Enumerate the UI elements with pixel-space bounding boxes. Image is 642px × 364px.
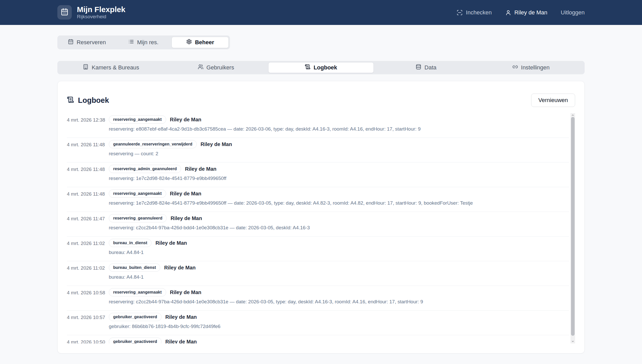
log-entry: 4 mrt. 2026 11:48 reservering_aangemaakt…	[67, 187, 569, 212]
entry-details: gebruiker: 86b6bb76-1819-4b4b-9cfc-99fc7…	[109, 324, 569, 329]
logboek-card: Logboek Vernieuwen 4 mrt. 2026 12:38 res…	[57, 81, 585, 353]
entry-timestamp: 4 mrt. 2026 10:58	[67, 288, 109, 310]
logboek-heading: Logboek	[78, 96, 109, 105]
tab-label: Reserveren	[77, 39, 106, 46]
action-badge: bureau_buiten_dienst	[109, 263, 160, 272]
app-title: Mijn Flexplek	[77, 5, 125, 14]
user-name: Riley de Man	[514, 9, 547, 16]
entry-actor: Riley de Man	[165, 314, 197, 320]
log-entries: 4 mrt. 2026 12:38 reservering_aangemaakt…	[67, 113, 569, 343]
action-badge: reservering_aangemaakt	[109, 115, 166, 124]
entry-actor: Riley de Man	[164, 265, 195, 271]
tab-label: Beheer	[195, 39, 214, 46]
entry-timestamp: 4 mrt. 2026 11:48	[67, 189, 109, 212]
refresh-button[interactable]: Vernieuwen	[531, 94, 575, 107]
entry-details: bureau: A4.84-1	[109, 250, 569, 255]
main-content: Reserveren Mijn res. Beheer Kamers & Bur…	[57, 35, 585, 353]
entry-details: reservering: c2cc2b44-97ba-426d-bdd4-1e0…	[109, 299, 569, 305]
entry-details: reservering: c2cc2b44-97ba-426d-bdd4-1e0…	[109, 225, 569, 231]
log-entry: 4 mrt. 2026 12:38 reservering_aangemaakt…	[67, 113, 569, 138]
log-entry: 4 mrt. 2026 11:47 reservering_geannuleer…	[67, 212, 569, 236]
tab-instellingen[interactable]: Instellingen	[478, 62, 583, 73]
entry-details: reservering: e8087ebf-e8af-4ca2-9d1b-db3…	[109, 126, 569, 132]
user-icon	[505, 10, 511, 16]
log-list: 4 mrt. 2026 12:38 reservering_aangemaakt…	[67, 113, 575, 343]
entry-timestamp: 4 mrt. 2026 11:48	[67, 165, 109, 187]
page-title: Logboek	[67, 96, 109, 105]
entry-actor: Riley de Man	[170, 117, 201, 123]
log-entry: 4 mrt. 2026 10:57 gebruiker_geactiveerd …	[67, 311, 569, 335]
entry-actor: Riley de Man	[185, 166, 216, 172]
entry-actor: Riley de Man	[165, 339, 197, 344]
admin-tabbar: Kamers & Bureaus Gebruikers Logboek Data…	[57, 61, 585, 74]
app-logo	[57, 5, 72, 20]
tab-label: Logboek	[314, 64, 337, 71]
log-entry: 4 mrt. 2026 11:48 reservering_admin_gean…	[67, 162, 569, 187]
action-badge: geannuleerde_reserveringen_verwijderd	[109, 140, 197, 148]
database-icon	[416, 64, 421, 71]
tab-mijn-res[interactable]: Mijn res.	[115, 37, 172, 48]
entry-timestamp: 4 mrt. 2026 10:50	[67, 338, 109, 343]
main-tabbar: Reserveren Mijn res. Beheer	[57, 35, 230, 49]
entry-details: reservering: 1e7c2d98-824e-4541-8779-e9b…	[109, 200, 569, 206]
action-badge: bureau_in_dienst	[109, 239, 151, 247]
scrollbar[interactable]	[570, 113, 575, 343]
action-badge: gebruiker_geactiveerd	[109, 338, 162, 343]
action-badge: gebruiker_geactiveerd	[109, 313, 162, 321]
scrollbar-thumb[interactable]	[571, 117, 575, 336]
entry-actor: Riley de Man	[155, 240, 187, 246]
checkin-label: Inchecken	[466, 9, 492, 16]
current-user[interactable]: Riley de Man	[505, 9, 547, 16]
entry-timestamp: 4 mrt. 2026 11:48	[67, 140, 109, 162]
entry-actor: Riley de Man	[170, 289, 201, 295]
tab-label: Gebruikers	[207, 64, 234, 71]
building-icon	[83, 64, 88, 71]
tab-beheer[interactable]: Beheer	[172, 37, 229, 48]
action-badge: reservering_aangemaakt	[109, 189, 166, 198]
entry-timestamp: 4 mrt. 2026 11:02	[67, 263, 109, 286]
entry-timestamp: 4 mrt. 2026 11:47	[67, 214, 109, 236]
scrollbar-down-icon[interactable]	[570, 340, 575, 343]
tab-gebruikers[interactable]: Gebruikers	[164, 62, 269, 73]
link-icon	[512, 64, 518, 71]
action-badge: reservering_aangemaakt	[109, 288, 166, 296]
log-entry: 4 mrt. 2026 11:02 bureau_buiten_dienst R…	[67, 261, 569, 286]
tab-data[interactable]: Data	[374, 62, 479, 73]
users-icon	[198, 64, 203, 71]
entry-timestamp: 4 mrt. 2026 11:02	[67, 239, 109, 261]
scroll-icon	[67, 96, 74, 104]
scrollbar-up-icon[interactable]	[570, 113, 575, 117]
tab-logboek[interactable]: Logboek	[268, 62, 374, 73]
tab-label: Kamers & Bureaus	[92, 64, 139, 71]
action-badge: reservering_geannuleerd	[109, 214, 167, 222]
app-header: Mijn Flexplek Rijksoverheid Inchecken Ri…	[0, 0, 642, 25]
entry-actor: Riley de Man	[170, 191, 201, 197]
calendar-icon	[61, 8, 68, 17]
tab-label: Mijn res.	[137, 39, 158, 46]
scan-line-icon	[457, 10, 463, 16]
entry-details: bureau: A4.84-1	[109, 274, 569, 280]
scroll-icon	[305, 64, 310, 71]
logout-link[interactable]: Uitloggen	[561, 9, 585, 16]
log-entry: 4 mrt. 2026 11:48 geannuleerde_reserveri…	[67, 138, 569, 162]
log-entry: 4 mrt. 2026 10:58 reservering_aangemaakt…	[67, 286, 569, 311]
tab-kamers-bureaus[interactable]: Kamers & Bureaus	[59, 62, 164, 73]
entry-details: reservering: 1e7c2d98-824e-4541-8779-e9b…	[109, 176, 569, 181]
calendar-icon	[68, 39, 74, 46]
gear-icon	[186, 39, 192, 46]
entry-actor: Riley de Man	[171, 215, 202, 221]
entry-timestamp: 4 mrt. 2026 10:57	[67, 313, 109, 335]
logout-label: Uitloggen	[561, 9, 585, 16]
brand: Mijn Flexplek Rijksoverheid	[57, 5, 125, 20]
entry-actor: Riley de Man	[201, 141, 232, 147]
entry-timestamp: 4 mrt. 2026 12:38	[67, 115, 109, 138]
list-icon	[128, 39, 134, 46]
action-badge: reservering_admin_geannuleerd	[109, 165, 181, 173]
tab-label: Instellingen	[521, 64, 550, 71]
app-subtitle: Rijksoverheid	[77, 14, 125, 20]
log-entry: 4 mrt. 2026 10:50 gebruiker_geactiveerd …	[67, 335, 569, 343]
entry-details: reservering — count: 2	[109, 151, 569, 157]
checkin-link[interactable]: Inchecken	[457, 9, 492, 16]
tab-reserveren[interactable]: Reserveren	[59, 37, 115, 48]
tab-label: Data	[424, 64, 436, 71]
